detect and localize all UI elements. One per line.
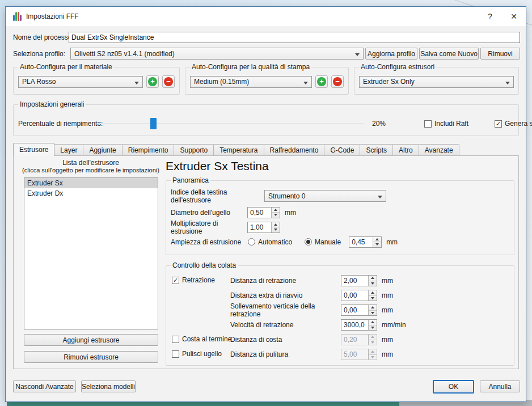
auto-extruders-title: Auto-Configura estrusori	[359, 63, 436, 71]
generate-support-checkbox[interactable]: ✓ Genera supporto	[495, 120, 532, 128]
remove-extruder-button[interactable]: Rimuovi estrusore	[24, 351, 158, 363]
unit-label: mm	[382, 306, 393, 314]
spin-value[interactable]: 0,00	[341, 305, 368, 315]
tab-temperatura[interactable]: Temperatura	[213, 144, 264, 156]
width-automatic-radio[interactable]: Automatico	[248, 238, 292, 246]
spinner-down-icon[interactable]	[373, 242, 381, 247]
spinner-buttons	[368, 335, 377, 345]
slider-handle[interactable]	[150, 118, 157, 129]
retraction-checkbox[interactable]: ✓ Retrazione	[172, 276, 215, 284]
spin-value[interactable]: 0,50	[248, 208, 271, 218]
infill-value: 20%	[372, 120, 391, 128]
tab-aggiunte[interactable]: Aggiunte	[83, 144, 122, 156]
toolhead-select[interactable]: Strumento 0	[264, 190, 386, 202]
spinner-down-icon[interactable]	[272, 227, 280, 232]
spin-value[interactable]: 0,00	[341, 290, 368, 301]
toolhead-select-value: Strumento 0	[268, 192, 305, 200]
extruders-select[interactable]: Extruder Sx Only	[359, 76, 514, 88]
spinner-up-icon[interactable]	[373, 237, 381, 243]
extruder-list-subtitle: (clicca sull'oggetto per modificare le i…	[14, 167, 168, 174]
select-models-button[interactable]: Seleziona modelli	[81, 380, 136, 392]
nozzle-diameter-row: Diametro dell'ugello 0,50 mm	[171, 206, 296, 218]
list-item-extruder-dx[interactable]: Extruder Dx	[24, 188, 158, 198]
spin-value[interactable]: 0,45	[349, 237, 373, 247]
spin-value[interactable]: 1,00	[248, 222, 271, 232]
tab-gcode[interactable]: G-Code	[324, 144, 360, 156]
spinner-up-icon	[369, 349, 377, 355]
minus-icon: −	[164, 77, 173, 86]
help-button[interactable]: ?	[478, 7, 502, 26]
extra-restart-distance-row: Distanza extra di riavvio 0,00 mm	[230, 290, 393, 301]
spinner-up-icon[interactable]	[369, 276, 377, 281]
vertical-lift-spinbox[interactable]: 0,00	[341, 304, 377, 316]
close-button[interactable]: ✕	[502, 7, 526, 26]
infill-slider[interactable]	[98, 118, 364, 129]
checkbox-unchecked-icon	[172, 336, 179, 343]
extrusion-multiplier-spinbox[interactable]: 1,00	[247, 222, 280, 233]
retraction-distance-label: Distanza di retrazione	[230, 277, 341, 285]
quality-select[interactable]: Medium (0.15mm)	[190, 76, 312, 88]
titlebar[interactable]: Impostazioni FFF ? ✕	[6, 7, 526, 26]
remove-profile-button[interactable]: Rimuovi	[480, 48, 520, 60]
spinner-up-icon[interactable]	[369, 305, 377, 311]
remove-material-button[interactable]: −	[162, 75, 175, 88]
ok-button[interactable]: OK	[433, 380, 474, 394]
spin-value[interactable]: 2,00	[341, 276, 368, 286]
include-raft-checkbox[interactable]: Includi Raft	[424, 120, 468, 128]
chevron-down-icon	[355, 53, 360, 56]
extrusion-width-row: Ampiezza di estrusione Automatico Manual…	[171, 236, 398, 248]
vertical-lift-row: Sollevamento verticale della retrazione …	[230, 304, 393, 316]
hide-advanced-button[interactable]: Nascondi Avanzate	[13, 380, 76, 392]
include-raft-label: Includi Raft	[434, 120, 468, 128]
spin-value[interactable]: 3000,0	[341, 320, 368, 330]
extruder-list: Extruder Sx Extruder Dx	[24, 177, 158, 329]
spinner-up-icon[interactable]	[369, 320, 377, 325]
width-manual-radio[interactable]: Manuale	[305, 238, 341, 246]
add-extruder-button[interactable]: Aggiungi estrusore	[24, 334, 158, 346]
profile-label: Seleziona profilo:	[13, 50, 69, 58]
spinner-up-icon[interactable]	[369, 290, 377, 296]
slider-track[interactable]	[98, 123, 364, 124]
cancel-button[interactable]: Annulla	[480, 380, 520, 392]
tab-scripts[interactable]: Scripts	[360, 144, 393, 156]
extra-restart-distance-spinbox[interactable]: 0,00	[341, 290, 377, 301]
spinner-down-icon[interactable]	[369, 281, 377, 286]
tab-bar: Estrusore Layer Aggiunte Riempimento Sup…	[13, 143, 519, 156]
retraction-label: Retrazione	[182, 276, 215, 284]
remove-quality-button[interactable]: −	[331, 75, 344, 88]
wipe-nozzle-checkbox[interactable]: Pulisci ugello	[172, 350, 222, 358]
vertical-lift-label: Sollevamento verticale della retrazione	[230, 302, 341, 318]
extruder-tab-panel: Lista dell'estrusore (clicca sull'oggett…	[13, 155, 519, 369]
quality-select-value: Medium (0.15mm)	[194, 78, 249, 86]
spinner-down-icon[interactable]	[272, 213, 280, 218]
tab-raffreddamento[interactable]: Raffreddamento	[264, 144, 325, 156]
process-name-input[interactable]	[69, 32, 520, 43]
coast-at-end-checkbox[interactable]: Costa al termine	[172, 335, 231, 343]
add-quality-button[interactable]: +	[315, 75, 328, 88]
tab-layer[interactable]: Layer	[54, 144, 83, 156]
update-profile-button[interactable]: Aggiorna profilo	[365, 48, 417, 60]
spinner-down-icon[interactable]	[369, 296, 377, 301]
chevron-down-icon	[505, 82, 510, 84]
list-item-extruder-sx[interactable]: Extruder Sx	[24, 178, 158, 188]
nozzle-diameter-spinbox[interactable]: 0,50	[247, 207, 280, 218]
spinner-up-icon[interactable]	[272, 208, 280, 213]
material-select[interactable]: PLA Rosso	[18, 76, 143, 88]
retraction-distance-spinbox[interactable]: 2,00	[341, 275, 377, 286]
spinner-up-icon[interactable]	[272, 222, 280, 228]
profile-select[interactable]: Olivetti S2 nz05 v1.4.1 (modified)	[70, 48, 364, 60]
add-material-button[interactable]: +	[146, 75, 159, 88]
spinner-buttons	[271, 208, 280, 218]
extrusion-width-spinbox[interactable]: 0,45	[349, 236, 382, 248]
tab-supporto[interactable]: Supporto	[174, 144, 214, 156]
retraction-speed-spinbox[interactable]: 3000,0	[341, 319, 377, 331]
tab-altro[interactable]: Altro	[392, 144, 419, 156]
spinner-down-icon[interactable]	[369, 311, 377, 316]
tab-riempimento[interactable]: Riempimento	[122, 144, 175, 156]
tab-avanzate[interactable]: Avanzate	[419, 144, 459, 156]
plus-icon: +	[317, 77, 326, 86]
spinner-down-icon[interactable]	[369, 325, 377, 331]
tab-estrusore[interactable]: Estrusore	[13, 143, 54, 156]
save-as-new-button[interactable]: Salva come Nuovo	[419, 48, 479, 60]
spinner-down-icon	[369, 355, 377, 360]
